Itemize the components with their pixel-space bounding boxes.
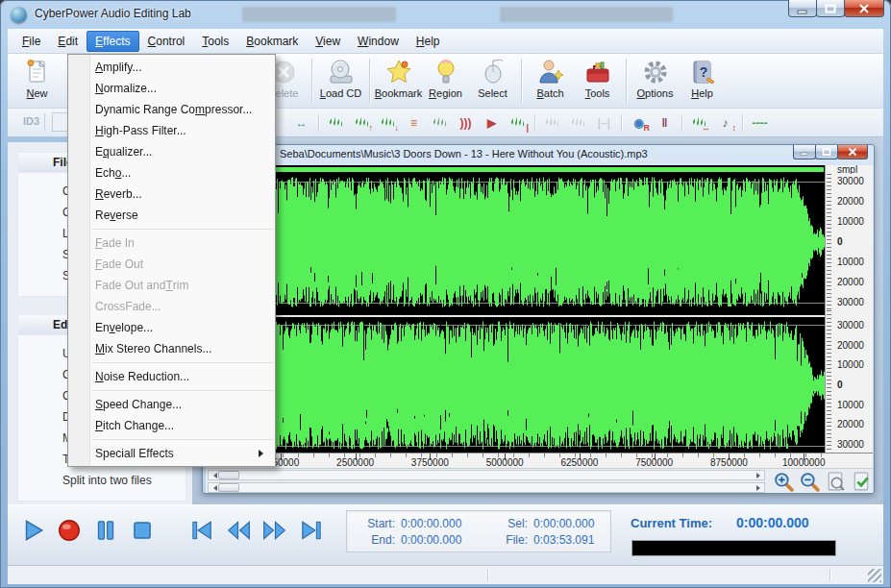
channel-separator[interactable] bbox=[206, 310, 825, 318]
fade-in-tool-icon[interactable] bbox=[542, 113, 562, 133]
scrollbar-thumb[interactable] bbox=[218, 483, 239, 492]
menu-item-reverb[interactable]: Reverb... bbox=[68, 184, 275, 205]
doc-minimize-button[interactable] bbox=[793, 145, 816, 159]
pitch-tool-icon[interactable]: ♪↕ bbox=[715, 113, 735, 133]
horizontal-scrollbar-2[interactable] bbox=[208, 482, 765, 493]
tools-button[interactable]: Tools bbox=[574, 57, 621, 105]
skip-start-button[interactable] bbox=[188, 517, 215, 544]
menu-item-speciall-effects[interactable]: Speciall Effects bbox=[68, 443, 275, 464]
options-button[interactable]: Options bbox=[631, 57, 679, 105]
horizontal-scrollbar-1[interactable] bbox=[208, 470, 765, 480]
menu-item-fade-out[interactable]: Fade Out bbox=[68, 254, 275, 275]
bookmark-button[interactable]: Bookmark bbox=[375, 57, 422, 105]
wave-up-tool-icon[interactable]: ↑ bbox=[352, 113, 372, 133]
menu-item-pitch-change[interactable]: Pitch Change... bbox=[68, 415, 275, 436]
speed-tool-icon[interactable]: ↔ bbox=[689, 113, 709, 133]
menu-item-reverse[interactable]: Reverse bbox=[68, 205, 275, 226]
app-icon bbox=[11, 7, 27, 23]
edit-task-split-into-two-files[interactable]: Split into two files bbox=[18, 470, 186, 491]
menu-item-high-pass-filter[interactable]: High-Pass Filter... bbox=[68, 120, 275, 141]
timeline-tick-label: 5000000 bbox=[486, 457, 524, 468]
fast-forward-button[interactable] bbox=[261, 517, 288, 544]
menu-edit[interactable]: Edit bbox=[49, 31, 87, 52]
fade-out-tool-icon[interactable] bbox=[568, 113, 588, 133]
play-button[interactable] bbox=[19, 517, 46, 544]
batch-button[interactable]: Batch bbox=[527, 57, 574, 105]
skip-end-button[interactable] bbox=[298, 517, 325, 544]
new-button[interactable]: New bbox=[13, 57, 61, 105]
echo-tool-icon[interactable]: ))) bbox=[456, 113, 476, 133]
timeline-tick-label: 6250000 bbox=[560, 457, 598, 468]
stop-button[interactable] bbox=[129, 517, 156, 544]
menu-item-speed-change[interactable]: Speed Change... bbox=[68, 394, 275, 415]
toolbar-separator bbox=[44, 113, 45, 131]
waveform-right-channel[interactable] bbox=[206, 318, 825, 453]
stretch-tool-icon[interactable]: ↔ bbox=[291, 113, 311, 133]
scroll-left-arrow[interactable] bbox=[209, 471, 218, 479]
zoom-page-button[interactable] bbox=[825, 471, 847, 493]
scroll-right-arrow[interactable] bbox=[755, 471, 764, 479]
menu-view[interactable]: View bbox=[307, 31, 349, 52]
wave-mark-tool-icon[interactable]: | bbox=[507, 113, 528, 133]
maximize-button[interactable] bbox=[816, 0, 845, 17]
menu-item-noise-reduction[interactable]: Noise Reduction... bbox=[68, 366, 275, 387]
menu-item-dynamic-range-compressor[interactable]: Dynamic Range Compressor... bbox=[68, 99, 275, 120]
menu-item-fade-out-and-trim[interactable]: Fade Out and Trim bbox=[68, 275, 275, 296]
toolbar-separator bbox=[369, 59, 370, 103]
menu-item-equalizer[interactable]: Equalizer... bbox=[68, 141, 275, 162]
verify-button[interactable] bbox=[851, 471, 873, 493]
zoom-in-button[interactable] bbox=[773, 471, 795, 493]
pause-button[interactable] bbox=[92, 517, 119, 544]
lines-tool-icon[interactable]: ≡ bbox=[404, 113, 424, 133]
resample-tool-icon[interactable]: ◉R bbox=[629, 113, 649, 133]
minimize-button[interactable] bbox=[788, 0, 817, 17]
load-cd-button[interactable]: Load CD bbox=[317, 57, 364, 105]
menu-item-mix-stereo-channels[interactable]: Mix Stereo Channels... bbox=[68, 338, 275, 359]
menu-item-amplify[interactable]: Amplify... bbox=[68, 57, 275, 78]
select-button[interactable]: Select bbox=[469, 57, 516, 105]
doc-close-button[interactable] bbox=[837, 145, 868, 159]
scroll-right-arrow[interactable] bbox=[755, 483, 764, 492]
play-into-tool-icon[interactable]: ▶ bbox=[482, 113, 502, 133]
zoom-out-button[interactable] bbox=[799, 471, 821, 493]
toolbar-separator bbox=[681, 114, 682, 132]
menu-item-envelope[interactable]: Envelope... bbox=[68, 317, 275, 338]
menu-item-normalize[interactable]: Normalize... bbox=[68, 78, 275, 99]
menu-control[interactable]: Control bbox=[139, 31, 194, 52]
region-button[interactable]: Region bbox=[422, 57, 469, 105]
title-bar[interactable]: CyberPower Audio Editing Lab bbox=[0, 0, 891, 29]
waveform-left-channel[interactable] bbox=[206, 174, 825, 310]
menu-item-echo[interactable]: Echo... bbox=[68, 162, 275, 184]
start-label: Start: bbox=[347, 517, 401, 530]
menu-effects[interactable]: Effects bbox=[87, 31, 138, 52]
doc-restore-button[interactable] bbox=[815, 145, 838, 159]
svg-text:?: ? bbox=[699, 64, 707, 80]
menu-window[interactable]: Window bbox=[349, 31, 408, 52]
close-button[interactable] bbox=[844, 0, 884, 17]
waveform-overview-bar[interactable] bbox=[206, 165, 825, 174]
toolbar-separator bbox=[521, 59, 522, 103]
record-button[interactable] bbox=[56, 517, 83, 544]
toolbar-button-label: Select bbox=[478, 87, 507, 99]
scroll-left-arrow[interactable] bbox=[209, 483, 218, 492]
menu-file[interactable]: File bbox=[13, 31, 49, 52]
scrollbar-thumb[interactable] bbox=[218, 471, 239, 479]
marker-tool-icon[interactable]: ---- bbox=[750, 113, 770, 133]
timeline-tick-label: 8750000 bbox=[710, 457, 748, 468]
menu-bookmark[interactable]: Bookmark bbox=[237, 31, 307, 52]
wave-down-tool-icon[interactable]: ↓ bbox=[378, 113, 398, 133]
timeline-ruler[interactable]: smpl125000025000003750000500000062500007… bbox=[206, 453, 873, 468]
menu-item-fade-in[interactable]: Fade In bbox=[68, 233, 275, 254]
wave-tool-icon[interactable] bbox=[326, 113, 346, 133]
menu-tools[interactable]: Tools bbox=[193, 31, 237, 52]
rewind-button[interactable] bbox=[225, 517, 252, 544]
wave-line-tool-icon[interactable] bbox=[430, 113, 450, 133]
id3-button[interactable]: ID3 bbox=[17, 113, 45, 129]
menu-help[interactable]: Help bbox=[408, 31, 449, 52]
channels-tool-icon[interactable]: ‖ bbox=[655, 113, 675, 133]
resize-grip[interactable] bbox=[868, 569, 881, 582]
background-window-ghost bbox=[500, 7, 673, 22]
help-button[interactable]: ?Help bbox=[679, 57, 726, 105]
range-tool-icon[interactable]: |–| bbox=[594, 113, 614, 133]
menu-item-crossfade[interactable]: CrossFade... bbox=[68, 296, 275, 317]
